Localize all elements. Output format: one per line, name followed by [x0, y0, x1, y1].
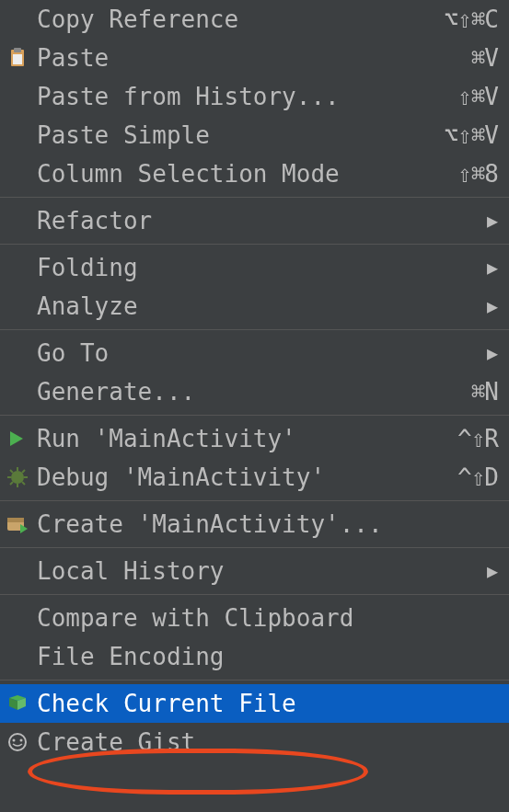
svg-line-9	[10, 470, 13, 473]
menu-item-compare-with-clipboard[interactable]: Compare with Clipboard	[0, 599, 509, 637]
run-icon	[7, 429, 37, 448]
menu-item-shortcut: ⌘N	[471, 378, 498, 406]
menu-item-debug-mainactivity[interactable]: Debug 'MainActivity'^⇧D	[0, 458, 509, 497]
menu-item-shortcut: ^⇧D	[457, 463, 498, 491]
submenu-arrow-icon: ▶	[487, 560, 498, 582]
menu-item-file-encoding[interactable]: File Encoding	[0, 637, 509, 676]
menu-separator	[0, 680, 509, 680]
create-run-icon	[7, 515, 37, 533]
menu-item-check-current-file[interactable]: Check Current File	[0, 684, 509, 723]
svg-line-11	[10, 482, 13, 485]
menu-separator	[0, 329, 509, 330]
debug-icon	[7, 467, 37, 487]
menu-item-label: Compare with Clipboard	[37, 604, 353, 632]
menu-item-local-history[interactable]: Local History▶	[0, 552, 509, 590]
menu-item-shortcut: ⌥⇧⌘C	[444, 6, 498, 33]
menu-item-column-selection-mode[interactable]: Column Selection Mode⇧⌘8	[0, 154, 509, 193]
menu-item-label: Refactor	[37, 207, 152, 234]
menu-item-label: File Encoding	[37, 643, 225, 670]
menu-item-shortcut: ⇧⌘8	[457, 160, 498, 188]
svg-rect-1	[14, 48, 21, 52]
menu-item-label: Paste from History...	[37, 83, 340, 110]
gist-icon	[7, 732, 37, 752]
svg-line-10	[22, 482, 25, 485]
submenu-arrow-icon: ▶	[487, 342, 498, 364]
menu-item-run-mainactivity[interactable]: Run 'MainActivity'^⇧R	[0, 419, 509, 458]
menu-item-label: Analyze	[37, 292, 138, 320]
check-icon	[7, 693, 37, 714]
menu-item-shortcut: ^⇧R	[457, 425, 498, 452]
context-menu: Copy Reference⌥⇧⌘CPaste⌘VPaste from Hist…	[0, 0, 509, 761]
menu-item-label: Local History	[37, 557, 225, 585]
menu-item-go-to[interactable]: Go To▶	[0, 334, 509, 372]
menu-item-generate[interactable]: Generate...⌘N	[0, 372, 509, 411]
svg-point-4	[11, 471, 24, 484]
menu-item-paste[interactable]: Paste⌘V	[0, 39, 509, 77]
menu-item-label: Generate...	[37, 378, 195, 406]
menu-item-label: Go To	[37, 339, 109, 367]
svg-rect-2	[13, 54, 22, 64]
menu-separator	[0, 500, 509, 501]
menu-item-label: Check Current File	[37, 690, 296, 717]
menu-item-analyze[interactable]: Analyze▶	[0, 287, 509, 326]
menu-separator	[0, 197, 509, 198]
menu-separator	[0, 594, 509, 595]
menu-separator	[0, 547, 509, 548]
menu-item-shortcut: ⌘V	[471, 44, 498, 72]
menu-separator	[0, 415, 509, 416]
menu-item-copy-reference[interactable]: Copy Reference⌥⇧⌘C	[0, 0, 509, 39]
svg-line-12	[22, 470, 25, 473]
menu-item-refactor[interactable]: Refactor▶	[0, 201, 509, 240]
menu-item-label: Paste	[37, 44, 109, 72]
menu-item-label: Paste Simple	[37, 121, 210, 149]
menu-item-shortcut: ⌥⇧⌘V	[444, 121, 498, 149]
svg-marker-3	[10, 431, 23, 446]
submenu-arrow-icon: ▶	[487, 295, 498, 317]
menu-separator	[0, 244, 509, 245]
menu-item-folding[interactable]: Folding▶	[0, 248, 509, 287]
menu-item-paste-from-history[interactable]: Paste from History...⇧⌘V	[0, 77, 509, 116]
submenu-arrow-icon: ▶	[487, 257, 498, 279]
submenu-arrow-icon: ▶	[487, 210, 498, 232]
menu-item-label: Create Gist	[37, 728, 195, 756]
menu-item-label: Copy Reference	[37, 6, 238, 33]
menu-item-label: Create 'MainActivity'...	[37, 510, 383, 538]
svg-point-21	[20, 739, 23, 742]
menu-item-label: Column Selection Mode	[37, 160, 340, 188]
menu-item-shortcut: ⇧⌘V	[457, 83, 498, 110]
paste-icon	[7, 47, 37, 69]
svg-rect-14	[7, 518, 24, 522]
menu-item-label: Folding	[37, 254, 138, 281]
menu-item-create-gist[interactable]: Create Gist	[0, 723, 509, 761]
svg-point-20	[13, 739, 16, 742]
menu-item-create-mainactivity[interactable]: Create 'MainActivity'...	[0, 505, 509, 543]
svg-point-19	[9, 734, 26, 750]
menu-item-label: Run 'MainActivity'	[37, 425, 296, 452]
menu-item-label: Debug 'MainActivity'	[37, 463, 325, 491]
menu-item-paste-simple[interactable]: Paste Simple⌥⇧⌘V	[0, 116, 509, 154]
